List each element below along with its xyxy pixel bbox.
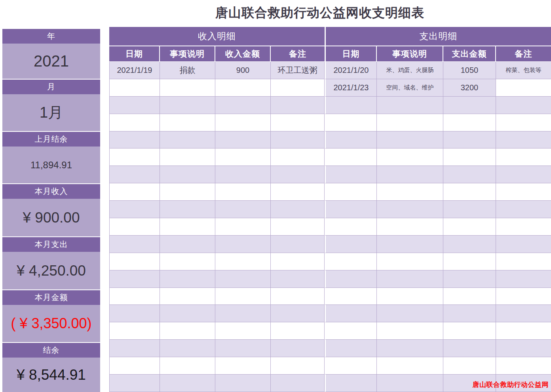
- table-cell[interactable]: [377, 131, 443, 149]
- table-cell[interactable]: [215, 322, 271, 340]
- table-cell[interactable]: [377, 183, 443, 201]
- sidebar-header-month[interactable]: 月: [2, 80, 100, 94]
- table-cell[interactable]: [271, 183, 325, 201]
- table-cell[interactable]: [325, 131, 377, 149]
- sidebar-header-prev-balance[interactable]: 上月结余: [2, 132, 100, 147]
- table-cell[interactable]: [443, 322, 496, 340]
- table-cell[interactable]: [160, 288, 215, 305]
- table-cell[interactable]: [443, 236, 496, 253]
- table-cell[interactable]: [215, 357, 271, 375]
- table-cell[interactable]: [109, 218, 160, 236]
- table-cell[interactable]: [496, 236, 551, 253]
- table-cell[interactable]: [215, 375, 271, 392]
- table-cell[interactable]: [215, 218, 271, 236]
- table-cell[interactable]: 2021/1/20: [325, 62, 377, 79]
- table-cell[interactable]: [325, 340, 377, 357]
- table-cell[interactable]: [377, 322, 443, 340]
- table-cell[interactable]: [215, 305, 271, 322]
- table-cell[interactable]: [160, 114, 215, 131]
- table-cell[interactable]: [160, 270, 215, 288]
- table-cell[interactable]: [443, 183, 496, 201]
- column-header[interactable]: 支出金额: [443, 46, 496, 62]
- table-cell[interactable]: [271, 148, 325, 166]
- table-cell[interactable]: [160, 79, 215, 97]
- table-cell[interactable]: [109, 340, 160, 357]
- table-cell[interactable]: [215, 201, 271, 218]
- sidebar-header-year[interactable]: 年: [2, 29, 100, 44]
- table-cell[interactable]: [160, 183, 215, 201]
- table-cell[interactable]: [271, 114, 325, 131]
- table-cell[interactable]: [109, 236, 160, 253]
- table-cell[interactable]: [443, 270, 496, 288]
- table-cell[interactable]: [160, 236, 215, 253]
- table-cell[interactable]: [496, 97, 551, 114]
- sidebar-header-month-expense[interactable]: 本月支出: [2, 237, 100, 252]
- table-cell[interactable]: [377, 375, 443, 392]
- sidebar-header-month-amount[interactable]: 本月金额: [2, 290, 100, 305]
- table-cell[interactable]: [325, 270, 377, 288]
- table-cell[interactable]: [109, 166, 160, 183]
- table-cell[interactable]: [160, 305, 215, 322]
- table-cell[interactable]: [496, 253, 551, 270]
- table-cell[interactable]: [496, 340, 551, 357]
- table-cell[interactable]: 1050: [443, 62, 496, 79]
- table-cell[interactable]: [109, 79, 160, 97]
- table-cell[interactable]: [325, 322, 377, 340]
- table-cell[interactable]: [496, 114, 551, 131]
- table-cell[interactable]: [377, 253, 443, 270]
- table-cell[interactable]: [215, 236, 271, 253]
- table-cell[interactable]: [271, 253, 325, 270]
- table-cell[interactable]: [496, 148, 551, 166]
- table-cell[interactable]: [443, 340, 496, 357]
- table-cell[interactable]: [271, 236, 325, 253]
- table-cell[interactable]: [377, 166, 443, 183]
- table-cell[interactable]: [215, 183, 271, 201]
- table-cell[interactable]: [496, 322, 551, 340]
- table-cell[interactable]: [160, 201, 215, 218]
- sidebar-value-month-income[interactable]: ¥ 900.00: [2, 199, 100, 236]
- table-cell[interactable]: 2021/1/23: [325, 79, 377, 97]
- table-cell[interactable]: [325, 375, 377, 392]
- table-cell[interactable]: [160, 253, 215, 270]
- table-cell[interactable]: [215, 114, 271, 131]
- table-cell[interactable]: [496, 79, 551, 97]
- table-cell[interactable]: [271, 288, 325, 305]
- table-cell[interactable]: [443, 131, 496, 149]
- table-cell[interactable]: [496, 183, 551, 201]
- column-header[interactable]: 收入金额: [215, 46, 271, 62]
- table-cell[interactable]: [443, 114, 496, 131]
- table-cell[interactable]: [377, 97, 443, 114]
- column-header[interactable]: 日期: [325, 46, 377, 62]
- table-cell[interactable]: [160, 218, 215, 236]
- table-cell[interactable]: [271, 218, 325, 236]
- table-cell[interactable]: [215, 253, 271, 270]
- table-cell[interactable]: [215, 131, 271, 149]
- table-cell[interactable]: [377, 288, 443, 305]
- table-cell[interactable]: [271, 340, 325, 357]
- sidebar-value-year[interactable]: 2021: [2, 44, 100, 79]
- sidebar-value-prev-balance[interactable]: 11,894.91: [2, 147, 100, 183]
- table-cell[interactable]: [325, 166, 377, 183]
- table-cell[interactable]: [215, 270, 271, 288]
- table-cell[interactable]: [271, 322, 325, 340]
- column-header[interactable]: 备注: [271, 46, 325, 62]
- table-cell[interactable]: [325, 114, 377, 131]
- table-cell[interactable]: [496, 288, 551, 305]
- table-cell[interactable]: [215, 97, 271, 114]
- table-cell[interactable]: [377, 114, 443, 131]
- table-cell[interactable]: [109, 270, 160, 288]
- table-cell[interactable]: [377, 236, 443, 253]
- table-cell[interactable]: [109, 183, 160, 201]
- table-cell[interactable]: [325, 97, 377, 114]
- table-cell[interactable]: [271, 305, 325, 322]
- table-cell[interactable]: [109, 201, 160, 218]
- table-cell[interactable]: [325, 357, 377, 375]
- column-header[interactable]: 备注: [496, 46, 551, 62]
- table-cell[interactable]: [496, 270, 551, 288]
- table-cell[interactable]: [443, 357, 496, 375]
- table-cell[interactable]: [160, 322, 215, 340]
- table-cell[interactable]: [377, 201, 443, 218]
- table-cell[interactable]: [109, 148, 160, 166]
- table-cell[interactable]: [109, 131, 160, 149]
- table-cell[interactable]: [377, 148, 443, 166]
